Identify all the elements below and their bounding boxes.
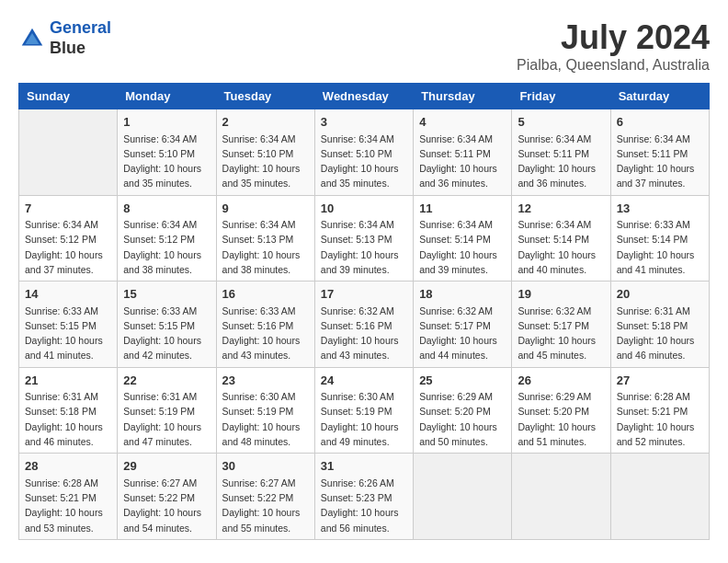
calendar-week-row: 7 Sunrise: 6:34 AMSunset: 5:12 PMDayligh… [19, 195, 710, 282]
day-info: Sunrise: 6:34 AMSunset: 5:11 PMDaylight:… [518, 132, 604, 191]
calendar-cell: 4 Sunrise: 6:34 AMSunset: 5:11 PMDayligh… [414, 109, 512, 196]
day-number: 14 [25, 285, 111, 304]
weekday-header-saturday: Saturday [610, 84, 709, 109]
day-number: 22 [123, 372, 210, 390]
calendar-cell: 24 Sunrise: 6:30 AMSunset: 5:19 PMDaylig… [314, 367, 413, 454]
day-number: 23 [222, 372, 309, 390]
day-number: 1 [123, 113, 210, 132]
day-info: Sunrise: 6:34 AMSunset: 5:11 PMDaylight:… [419, 132, 506, 191]
day-info: Sunrise: 6:31 AMSunset: 5:18 PMDaylight:… [25, 389, 111, 449]
calendar-cell: 1 Sunrise: 6:34 AMSunset: 5:10 PMDayligh… [118, 109, 216, 196]
calendar-cell: 31 Sunrise: 6:26 AMSunset: 5:23 PMDaylig… [314, 454, 413, 540]
day-info: Sunrise: 6:34 AMSunset: 5:11 PMDaylight:… [617, 132, 703, 191]
day-number: 31 [321, 457, 407, 476]
day-info: Sunrise: 6:33 AMSunset: 5:16 PMDaylight:… [222, 304, 309, 363]
day-number: 30 [222, 457, 309, 476]
day-info: Sunrise: 6:27 AMSunset: 5:22 PMDaylight:… [123, 476, 210, 535]
day-info: Sunrise: 6:34 AMSunset: 5:13 PMDaylight:… [222, 217, 309, 277]
day-info: Sunrise: 6:33 AMSunset: 5:14 PMDaylight:… [617, 217, 703, 277]
calendar-cell: 23 Sunrise: 6:30 AMSunset: 5:19 PMDaylig… [216, 367, 314, 454]
calendar-week-row: 28 Sunrise: 6:28 AMSunset: 5:21 PMDaylig… [19, 454, 710, 540]
day-info: Sunrise: 6:27 AMSunset: 5:22 PMDaylight:… [222, 476, 309, 535]
day-info: Sunrise: 6:28 AMSunset: 5:21 PMDaylight:… [25, 476, 111, 535]
day-number: 20 [617, 285, 703, 304]
day-number: 28 [25, 457, 111, 476]
day-number: 8 [123, 200, 210, 218]
calendar-cell: 16 Sunrise: 6:33 AMSunset: 5:16 PMDaylig… [216, 282, 314, 368]
day-number: 13 [617, 200, 703, 218]
weekday-header-thursday: Thursday [414, 84, 512, 109]
calendar-cell: 25 Sunrise: 6:29 AMSunset: 5:20 PMDaylig… [414, 367, 512, 454]
logo-text: General Blue [50, 18, 111, 58]
day-info: Sunrise: 6:34 AMSunset: 5:10 PMDaylight:… [123, 132, 210, 191]
day-number: 25 [419, 372, 506, 390]
calendar-cell: 26 Sunrise: 6:29 AMSunset: 5:20 PMDaylig… [512, 367, 610, 454]
calendar-cell: 11 Sunrise: 6:34 AMSunset: 5:14 PMDaylig… [414, 195, 512, 282]
day-info: Sunrise: 6:32 AMSunset: 5:17 PMDaylight:… [518, 304, 604, 363]
calendar-cell: 22 Sunrise: 6:31 AMSunset: 5:19 PMDaylig… [118, 367, 216, 454]
day-number: 24 [321, 372, 407, 390]
calendar-cell: 29 Sunrise: 6:27 AMSunset: 5:22 PMDaylig… [118, 454, 216, 540]
location: Pialba, Queensland, Australia [517, 57, 710, 74]
calendar-cell: 18 Sunrise: 6:32 AMSunset: 5:17 PMDaylig… [414, 282, 512, 368]
calendar-table: SundayMondayTuesdayWednesdayThursdayFrid… [18, 83, 710, 540]
day-number: 15 [123, 285, 210, 304]
logo-line2: Blue [50, 39, 111, 59]
calendar-cell: 2 Sunrise: 6:34 AMSunset: 5:10 PMDayligh… [216, 109, 314, 196]
calendar-cell: 5 Sunrise: 6:34 AMSunset: 5:11 PMDayligh… [512, 109, 610, 196]
day-info: Sunrise: 6:34 AMSunset: 5:12 PMDaylight:… [25, 217, 111, 277]
day-info: Sunrise: 6:34 AMSunset: 5:13 PMDaylight:… [321, 217, 407, 277]
day-info: Sunrise: 6:28 AMSunset: 5:21 PMDaylight:… [617, 389, 703, 449]
calendar-cell: 17 Sunrise: 6:32 AMSunset: 5:16 PMDaylig… [314, 282, 413, 368]
day-number: 29 [123, 457, 210, 476]
day-info: Sunrise: 6:26 AMSunset: 5:23 PMDaylight:… [321, 476, 407, 535]
calendar-cell: 21 Sunrise: 6:31 AMSunset: 5:18 PMDaylig… [19, 367, 118, 454]
logo: General Blue [18, 18, 111, 58]
day-info: Sunrise: 6:34 AMSunset: 5:14 PMDaylight:… [518, 217, 604, 277]
calendar-cell [610, 454, 709, 540]
calendar-cell: 7 Sunrise: 6:34 AMSunset: 5:12 PMDayligh… [19, 195, 118, 282]
calendar-week-row: 1 Sunrise: 6:34 AMSunset: 5:10 PMDayligh… [19, 109, 710, 196]
calendar-cell [19, 109, 118, 196]
calendar-cell: 12 Sunrise: 6:34 AMSunset: 5:14 PMDaylig… [512, 195, 610, 282]
day-number: 10 [321, 200, 407, 218]
calendar-cell: 9 Sunrise: 6:34 AMSunset: 5:13 PMDayligh… [216, 195, 314, 282]
day-info: Sunrise: 6:34 AMSunset: 5:12 PMDaylight:… [123, 217, 210, 277]
calendar-cell: 30 Sunrise: 6:27 AMSunset: 5:22 PMDaylig… [216, 454, 314, 540]
day-number: 9 [222, 200, 309, 218]
day-info: Sunrise: 6:34 AMSunset: 5:14 PMDaylight:… [419, 217, 506, 277]
day-info: Sunrise: 6:29 AMSunset: 5:20 PMDaylight:… [419, 389, 506, 449]
day-number: 19 [518, 285, 604, 304]
day-number: 16 [222, 285, 309, 304]
calendar-cell: 19 Sunrise: 6:32 AMSunset: 5:17 PMDaylig… [512, 282, 610, 368]
logo-icon [18, 25, 46, 52]
day-number: 6 [617, 113, 703, 132]
title-block: July 2024 Pialba, Queensland, Australia [517, 18, 710, 74]
month-year: July 2024 [517, 18, 710, 57]
day-info: Sunrise: 6:33 AMSunset: 5:15 PMDaylight:… [25, 304, 111, 363]
day-info: Sunrise: 6:34 AMSunset: 5:10 PMDaylight:… [222, 132, 309, 191]
day-info: Sunrise: 6:32 AMSunset: 5:17 PMDaylight:… [419, 304, 506, 363]
calendar-cell: 28 Sunrise: 6:28 AMSunset: 5:21 PMDaylig… [19, 454, 118, 540]
day-number: 27 [617, 372, 703, 390]
day-info: Sunrise: 6:29 AMSunset: 5:20 PMDaylight:… [518, 389, 604, 449]
calendar-cell: 6 Sunrise: 6:34 AMSunset: 5:11 PMDayligh… [610, 109, 709, 196]
calendar-cell: 20 Sunrise: 6:31 AMSunset: 5:18 PMDaylig… [610, 282, 709, 368]
calendar-week-row: 21 Sunrise: 6:31 AMSunset: 5:18 PMDaylig… [19, 367, 710, 454]
day-number: 11 [419, 200, 506, 218]
day-number: 26 [518, 372, 604, 390]
weekday-header-wednesday: Wednesday [314, 84, 413, 109]
day-number: 5 [518, 113, 604, 132]
calendar-cell: 15 Sunrise: 6:33 AMSunset: 5:15 PMDaylig… [118, 282, 216, 368]
day-number: 3 [321, 113, 407, 132]
day-number: 21 [25, 372, 111, 390]
day-number: 2 [222, 113, 309, 132]
calendar-cell: 13 Sunrise: 6:33 AMSunset: 5:14 PMDaylig… [610, 195, 709, 282]
day-info: Sunrise: 6:33 AMSunset: 5:15 PMDaylight:… [123, 304, 210, 363]
weekday-header-row: SundayMondayTuesdayWednesdayThursdayFrid… [19, 84, 710, 109]
calendar-week-row: 14 Sunrise: 6:33 AMSunset: 5:15 PMDaylig… [19, 282, 710, 368]
calendar-cell [414, 454, 512, 540]
day-number: 4 [419, 113, 506, 132]
day-info: Sunrise: 6:31 AMSunset: 5:18 PMDaylight:… [617, 304, 703, 363]
page-header: General Blue July 2024 Pialba, Queenslan… [18, 18, 710, 74]
